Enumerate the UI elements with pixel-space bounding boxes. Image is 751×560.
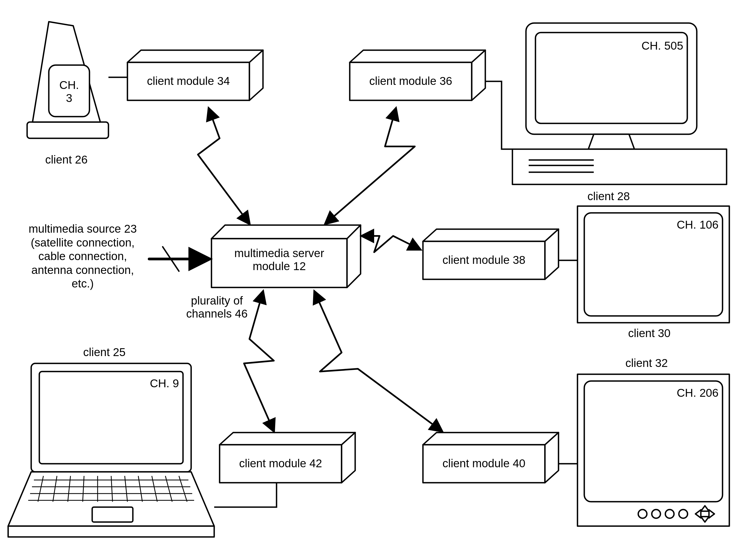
svg-rect-44	[8, 526, 214, 537]
svg-marker-19	[33, 22, 100, 122]
svg-line-51	[68, 476, 70, 502]
svg-marker-17	[342, 433, 355, 483]
svg-rect-18	[27, 122, 108, 138]
svg-line-50	[53, 476, 57, 502]
ch9-label: CH. 9	[127, 377, 179, 390]
client32-label: client 32	[615, 357, 678, 369]
svg-marker-12	[423, 433, 559, 445]
svg-marker-5	[249, 50, 263, 100]
svg-marker-14	[545, 433, 559, 483]
svg-rect-60	[92, 507, 133, 522]
cm40-label: client module 40	[426, 457, 542, 470]
cm36-label: client module 36	[352, 75, 469, 87]
svg-line-55	[125, 476, 127, 502]
client25-label: client 25	[73, 346, 136, 359]
client26-label: client 26	[35, 153, 98, 166]
svg-point-35	[679, 509, 688, 518]
svg-marker-2	[347, 225, 361, 287]
client30-label: client 30	[618, 327, 681, 340]
plurality-label: plurality of channels 46	[171, 294, 263, 320]
cm34-label: client module 34	[130, 75, 247, 87]
ch505-label: CH. 505	[626, 39, 683, 52]
cm38-label: client module 38	[426, 254, 542, 266]
client28-label: client 28	[577, 190, 640, 203]
svg-marker-43	[8, 472, 214, 526]
cm42-label: client module 42	[222, 457, 339, 470]
svg-marker-11	[545, 229, 559, 279]
svg-marker-38	[695, 510, 701, 518]
svg-line-49	[38, 476, 43, 502]
svg-marker-15	[220, 433, 355, 445]
svg-line-54	[111, 476, 113, 502]
ch3-label: CH. 3	[52, 79, 87, 105]
server-label: multimedia server module 12	[214, 247, 344, 273]
svg-marker-0	[211, 225, 361, 239]
svg-marker-8	[472, 50, 485, 100]
svg-marker-3	[127, 50, 263, 62]
svg-rect-23	[512, 149, 727, 184]
svg-line-52	[83, 476, 84, 502]
ch106-label: CH. 106	[659, 218, 718, 231]
svg-marker-9	[423, 229, 559, 241]
source-desc: (satellite connection, cable connection,…	[18, 236, 148, 291]
svg-line-57	[152, 476, 157, 502]
svg-marker-6	[350, 50, 485, 62]
source-title: multimedia source 23	[18, 222, 148, 235]
ch206-label: CH. 206	[656, 386, 718, 399]
svg-marker-36	[701, 506, 709, 511]
svg-line-58	[165, 476, 172, 502]
svg-marker-37	[701, 517, 709, 522]
svg-line-62	[163, 247, 179, 271]
svg-line-59	[179, 476, 187, 502]
svg-point-34	[665, 509, 674, 518]
svg-marker-39	[709, 510, 714, 518]
svg-point-32	[638, 509, 647, 518]
svg-point-33	[652, 509, 661, 518]
svg-line-56	[138, 476, 142, 502]
